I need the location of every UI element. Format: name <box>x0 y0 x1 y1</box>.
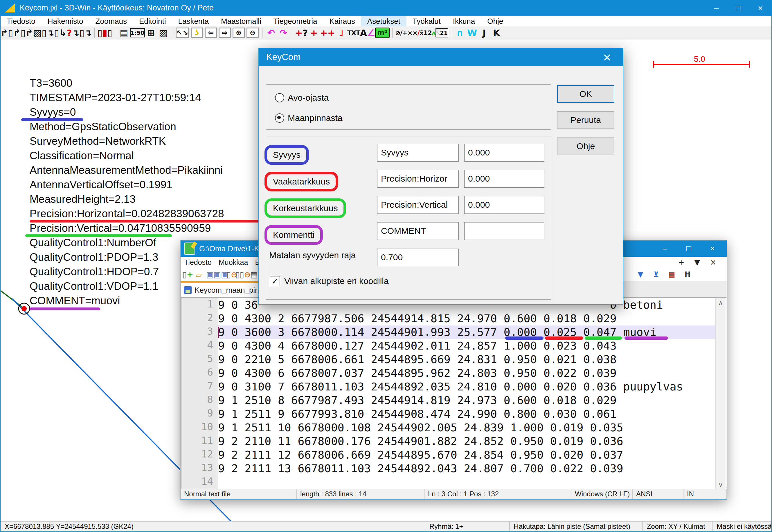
hex-view-icon[interactable]: H <box>683 269 692 280</box>
menu-item-ikkuna[interactable]: Ikkuna <box>447 16 481 27</box>
ok-button[interactable]: OK <box>557 85 614 103</box>
menu-item-laskenta[interactable]: Laskenta <box>172 16 215 27</box>
write-query-icon[interactable]: ?↴ <box>66 27 79 39</box>
print-doc-icon[interactable]: ▤ <box>249 269 260 280</box>
checkbox-mark[interactable]: ✓ <box>270 276 280 286</box>
close-tab-button[interactable]: × <box>710 258 716 267</box>
support-icon[interactable]: ∩ <box>454 27 466 39</box>
attribute-value-input[interactable] <box>464 222 544 240</box>
minimize-button[interactable]: – <box>705 0 727 16</box>
menu-item-editointi[interactable]: Editointi <box>133 16 172 27</box>
dialog-close-button[interactable]: × <box>597 48 617 66</box>
toolbar-separator <box>94 28 95 38</box>
plumb-point-icon[interactable]: ˩ <box>335 27 347 39</box>
add-point-icon[interactable]: + <box>308 27 320 39</box>
menu-item-maastomalli[interactable]: Maastomalli <box>215 16 268 27</box>
copy-file-icon[interactable]: ▯▮▯ <box>97 27 112 39</box>
redo-icon[interactable]: ↷ <box>277 27 290 39</box>
attribute-name-input[interactable]: COMMENT <box>377 222 459 240</box>
print-icon[interactable]: ▤ <box>118 27 130 39</box>
new-tab-button[interactable]: + <box>678 258 684 267</box>
attribute-name-input[interactable]: Syvyys <box>377 144 459 162</box>
code-slash-icon[interactable]: ⊘/+ <box>395 27 407 39</box>
attribute-name-input[interactable]: Precision:Vertical <box>377 196 459 214</box>
add-points-icon[interactable]: ++ <box>320 27 335 39</box>
menu-item-tiegeometria[interactable]: Tiegeometria <box>268 16 323 27</box>
editor-text-area[interactable]: 1234567891011121314 9 0 36 0 betoni9 0 4… <box>181 297 726 490</box>
tool-j-icon[interactable]: J <box>478 27 490 39</box>
radio-maanpinnasta[interactable]: Maanpinnasta <box>275 113 342 123</box>
editor-scrollbar[interactable]: ∧ ∨ <box>715 298 726 490</box>
radio-avo-ojasta[interactable]: Avo-ojasta <box>275 93 329 103</box>
editor-tab-active[interactable]: Keycom_maan_pinnal <box>181 281 259 297</box>
tool-k-icon[interactable]: K <box>490 27 502 39</box>
new-file-icon[interactable]: ▯+ <box>182 269 194 280</box>
close-button[interactable]: × <box>749 0 771 16</box>
mean-point-icon-glyph: ʌ <box>432 29 435 37</box>
main-titlebar[interactable]: Keycom.jxl - 3D-Win - Käyttöoikeus: Nova… <box>1 0 771 16</box>
editor-menu-muokkaa[interactable]: Muokkaa <box>215 258 252 267</box>
attribute-value-input[interactable]: 0.000 <box>464 144 544 162</box>
read-add-file-icon[interactable]: ↱▯ <box>13 27 26 39</box>
menu-item-tiedosto[interactable]: Tiedosto <box>1 16 41 27</box>
mean-point-icon[interactable]: x̄12ʌ <box>420 27 435 39</box>
menu-item-kairaus[interactable]: Kairaus <box>323 16 361 27</box>
add-points-icon-glyph: + <box>328 28 335 38</box>
delete-points-icon[interactable]: ××/ <box>407 27 420 39</box>
field-label-green: Korkeustarkkuus <box>265 198 346 218</box>
page-layout-icon[interactable]: ⊞ <box>145 27 157 39</box>
funnel-icon[interactable]: ⊻ <box>652 269 661 280</box>
peruuta-button[interactable]: Peruuta <box>557 111 614 129</box>
point-number-icon[interactable]: ⟍21 <box>435 28 448 37</box>
scroll-down-icon[interactable]: ∨ <box>716 480 726 490</box>
editor-close-button[interactable]: × <box>701 240 724 257</box>
editor-minimize-button[interactable]: – <box>653 240 677 257</box>
tab-list-button[interactable]: ▼ <box>694 258 700 267</box>
zoom-in-icon[interactable]: ⊕ <box>233 28 245 38</box>
line-start-checkbox[interactable]: ✓ Viivan alkupiste eri koodilla <box>270 276 389 286</box>
ohje-button[interactable]: Ohje <box>557 137 614 155</box>
dropdown-icon[interactable]: ▼ <box>636 269 645 280</box>
write-file-icon[interactable]: ▯↴ <box>41 27 54 39</box>
zoom-fit-icon[interactable]: ↖↘ <box>176 28 189 38</box>
read-file-icon[interactable]: ↱▯ <box>1 27 13 39</box>
editor-row: 9 0 3100 7 6678011.103 24544892.035 24.8… <box>218 380 715 394</box>
radio-circle-icon[interactable] <box>275 113 284 123</box>
undo-icon[interactable]: ↶ <box>265 27 277 39</box>
menu-item-asetukset[interactable]: Asetukset <box>361 16 406 27</box>
attribute-name-input[interactable]: Precision:Horizor <box>377 170 459 188</box>
point-query-icon[interactable]: +? <box>295 27 308 39</box>
write-selected-icon[interactable]: ▯↳ <box>54 27 66 39</box>
hatch-sheet-icon[interactable]: ▨ <box>157 27 169 39</box>
write-format-icon[interactable]: ▯↴ <box>79 27 92 39</box>
view-forward-icon[interactable]: ⇨ <box>219 28 231 38</box>
menu-item-työkalut[interactable]: Työkalut <box>406 16 447 27</box>
dialog-titlebar[interactable]: KeyCom × <box>259 48 623 66</box>
view-back-icon[interactable]: ⇦ <box>205 28 217 38</box>
scroll-up-icon[interactable]: ∧ <box>716 298 726 307</box>
open-file-icon[interactable]: ▱ <box>194 269 205 280</box>
attribute-value-input[interactable]: 0.000 <box>464 170 544 188</box>
maximize-button[interactable]: □ <box>727 0 749 16</box>
editor-maximize-button[interactable]: □ <box>677 240 701 257</box>
editor-menu-tiedosto[interactable]: Tiedosto <box>180 258 215 267</box>
code-slash-icon-glyph: ⊘/+ <box>395 29 407 37</box>
scale-1-50-icon[interactable]: 1:50 <box>130 28 145 37</box>
mean-point-icon-glyph: 12 <box>423 29 432 37</box>
attribute-value-input[interactable]: 0.000 <box>464 196 544 214</box>
menu-item-hakemisto[interactable]: Hakemisto <box>41 16 89 27</box>
radio-circle-icon[interactable] <box>275 93 284 102</box>
area-m2-icon[interactable]: m² <box>375 28 390 38</box>
read-filter-icon[interactable]: ↱▨ <box>26 27 41 39</box>
shallow-depth-input[interactable]: 0.700 <box>377 249 459 266</box>
web-icon[interactable]: W <box>466 27 478 39</box>
save-all-icon[interactable]: ▣▣ <box>216 269 227 280</box>
text-icon[interactable]: TXT <box>347 27 360 39</box>
doc-map-icon[interactable]: ▤ <box>668 269 676 280</box>
menu-item-zoomaus[interactable]: Zoomaus <box>89 16 133 27</box>
menu-item-ohje[interactable]: Ohje <box>481 16 509 27</box>
close-all-icon[interactable]: ▯▯⊖ <box>238 269 249 280</box>
text-angle-icon[interactable]: A∠ <box>360 27 375 39</box>
pan-icon[interactable]: ʖ <box>191 28 203 38</box>
zoom-out-icon[interactable]: ⊖ <box>247 28 259 38</box>
